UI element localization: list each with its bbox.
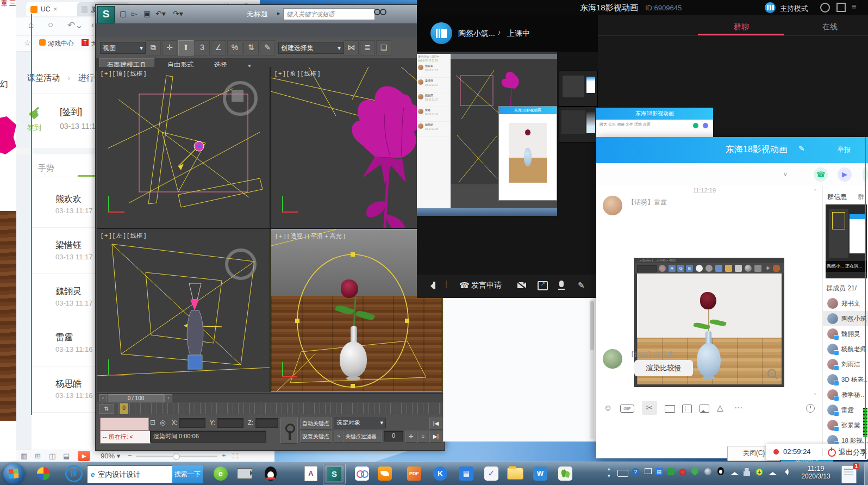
tray-shield-icon[interactable] <box>691 468 698 476</box>
tab-close-icon[interactable]: × <box>53 5 57 13</box>
maxscript-listener-line[interactable]: -- 所在行: < <box>100 431 151 444</box>
save-icon[interactable]: ▣ <box>143 9 151 18</box>
report-link[interactable]: 举报 <box>838 145 851 154</box>
screenshot-scissors-icon[interactable]: ✂ <box>642 401 657 415</box>
layer-manager-icon[interactable]: ❏ <box>376 40 391 55</box>
zoom-out-icon[interactable]: − <box>128 451 132 459</box>
tab-group-apps[interactable]: 群 <box>858 192 864 202</box>
max-search-input[interactable]: 键入关键字或短语 <box>283 8 375 20</box>
tab-group-info[interactable]: 群信息 <box>827 192 847 202</box>
lock-selection-icon[interactable]: ⊡ <box>150 419 155 426</box>
viewport-left-label[interactable]: [ + ] [ 左 ] [ 线框 ] <box>101 232 146 240</box>
breadcrumb-activity[interactable]: 课堂活动 <box>27 73 60 82</box>
z-field[interactable] <box>255 418 278 428</box>
selection-set-dropdown[interactable]: 创建选择集 ▾ <box>278 42 344 54</box>
time-slider-handle[interactable]: 0 / 100 <box>108 394 164 402</box>
absolute-mode-icon[interactable]: ◎ <box>160 419 165 426</box>
alpha-button[interactable] <box>696 265 703 272</box>
set-key-button[interactable]: 设置关键点 <box>300 431 332 443</box>
maxscript-mini-listener[interactable] <box>100 418 149 431</box>
taskbar-pdf-icon[interactable]: PDF <box>403 464 425 483</box>
viewport-top[interactable]: [ + ] [ 顶 ] [ 线框 ] <box>97 67 270 228</box>
taskbar-autocad-icon[interactable]: A <box>300 464 322 483</box>
member-row[interactable]: 郑书文 <box>823 296 868 311</box>
sender-name[interactable]: 【话唠】雷霆 <box>628 198 667 207</box>
tray-webcam-icon[interactable] <box>704 468 711 475</box>
spinner-snap-icon[interactable]: ⇅ <box>243 40 259 55</box>
reader-icon[interactable]: ⬓ <box>63 452 70 460</box>
view-dropdown[interactable]: 视图 ▾ <box>100 42 146 54</box>
select-object-icon[interactable]: ⧉ <box>146 40 161 55</box>
collapse-icon[interactable]: ⌃ <box>813 188 817 195</box>
taskbar-circles-app-icon[interactable] <box>351 464 373 483</box>
popout-icon[interactable] <box>836 3 846 12</box>
taskbar-qq-icon[interactable] <box>260 464 282 483</box>
tray-signal2-icon[interactable] <box>769 469 777 475</box>
tray-keyboard-icon[interactable] <box>617 470 628 477</box>
menu-icon[interactable]: ≡ <box>852 2 857 11</box>
clone-icon[interactable] <box>745 265 752 272</box>
taskbar-kuwo-icon[interactable]: K <box>429 464 451 483</box>
track-bar[interactable]: ⇅ 0 <box>97 403 444 414</box>
video-call-icon[interactable]: ▶ <box>838 167 852 182</box>
viewcube-ring[interactable] <box>225 248 257 280</box>
clear-icon[interactable]: ✛ <box>764 265 771 272</box>
taskbar-playlist-app-icon[interactable]: ▤ <box>455 464 477 483</box>
tray-green-speaker-icon[interactable] <box>667 468 675 475</box>
orbit-icon[interactable]: ○ <box>417 431 428 443</box>
tray-expand-up-icon[interactable]: ▴ <box>608 466 610 471</box>
sidebar-toggle-icon[interactable]: ▦ <box>21 452 27 460</box>
more-icon[interactable]: ⋯ <box>734 403 742 413</box>
share-preview-thumbnail[interactable]: 陶然小... 正在演... <box>826 204 867 278</box>
tray-plus-coin-icon[interactable]: + <box>755 468 763 476</box>
browser-tab-uc[interactable]: UC × <box>26 2 83 16</box>
exit-share-button[interactable]: 退出分享 <box>839 447 867 457</box>
zoom-level[interactable]: 90% ▾ <box>101 452 120 460</box>
grid-view-icon[interactable]: ⊞ <box>35 452 41 460</box>
taskbar-3dsmax-icon-active[interactable]: S <box>323 464 346 484</box>
shared-screen-cell[interactable]: 课堂活动 › 进行中 [签到] 03-13 11:16 熊欢欢 03-13 11… <box>417 52 557 216</box>
edit-icon[interactable]: ✎ <box>578 281 585 290</box>
tray-expand-down-icon[interactable]: ▾ <box>608 473 610 478</box>
open-file-icon[interactable]: ▻ <box>132 9 138 18</box>
tab-group-chat[interactable]: 群聊 <box>734 22 749 32</box>
clipboard-icon[interactable] <box>735 265 742 272</box>
current-frame-marker[interactable]: 0 <box>120 403 128 415</box>
avatar-leiting[interactable] <box>603 196 622 215</box>
tray-qq-icon[interactable] <box>717 467 724 475</box>
save-image-icon[interactable] <box>715 265 722 272</box>
rose-flower[interactable] <box>341 279 358 298</box>
green-channel-button[interactable]: G <box>677 265 684 272</box>
presenter-avatar[interactable] <box>430 22 452 44</box>
scrollbar-track[interactable] <box>590 300 594 439</box>
go-to-start-icon[interactable]: |◀ <box>429 418 442 430</box>
undo-icon[interactable]: ↶⌄ <box>67 20 83 31</box>
vase-body[interactable] <box>340 341 367 377</box>
bell-mute-icon[interactable]: △ <box>717 403 723 413</box>
expand-icon[interactable]: ⌄ <box>813 389 817 396</box>
tray-list-icon[interactable]: ▤ <box>655 468 663 475</box>
max-logo-icon[interactable]: S <box>97 6 115 23</box>
auto-key-button[interactable]: 自动关键点 <box>300 418 332 430</box>
taskbar-sogou-search-icon[interactable]: 搜 <box>63 464 85 483</box>
tray-red-dots-icon[interactable] <box>679 469 686 475</box>
message-history-clock-icon[interactable] <box>806 404 815 413</box>
show-desktop-button[interactable] <box>864 462 868 485</box>
key-mode-icon[interactable]: ~ <box>334 431 344 443</box>
member-row[interactable]: 陶然小筑 <box>823 311 868 326</box>
edit-title-icon[interactable]: ✎ <box>798 144 805 153</box>
tab-gesture[interactable]: 手势 <box>38 163 54 173</box>
speak-request-button[interactable]: 发言申请 <box>471 281 502 290</box>
split-view-icon[interactable]: ◫ <box>49 452 55 460</box>
pan-icon[interactable]: ✛ <box>405 431 416 443</box>
back-icon[interactable]: ‹ <box>91 20 95 30</box>
avatar-zhangjingtang[interactable] <box>603 349 622 369</box>
settings-gear-icon[interactable] <box>820 3 830 13</box>
tab-online-list[interactable]: 在线 <box>822 22 838 32</box>
select-move-icon[interactable]: ✛ <box>162 40 177 55</box>
mirror-icon[interactable]: ⋈ <box>344 40 359 55</box>
member-row[interactable]: 刘雨洁 <box>823 357 868 372</box>
fullscreen-icon[interactable]: ⛶ <box>233 452 238 461</box>
percent-snap-icon[interactable]: % <box>227 40 242 55</box>
bookmark-game-center[interactable]: 游戏中心 <box>48 39 74 48</box>
